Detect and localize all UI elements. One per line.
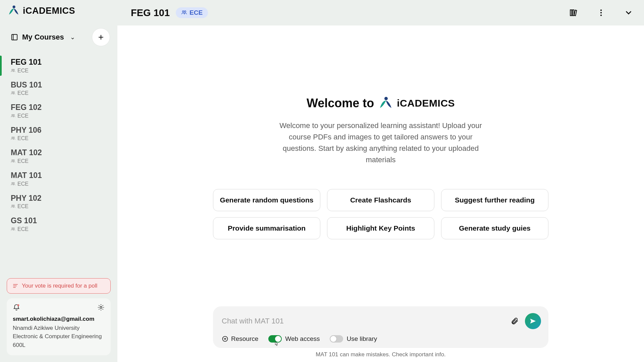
svg-point-13 xyxy=(600,9,602,11)
sidebar-course-item[interactable]: PHY 106ECE xyxy=(0,122,117,145)
library-icon xyxy=(569,8,578,17)
sidebar: iCADEMICS My Courses ⌄ + FEG 101ECEBUS 1… xyxy=(0,0,117,362)
user-university: Nnamdi Azikiwe University xyxy=(13,324,105,333)
more-menu-button[interactable] xyxy=(595,7,607,19)
vote-alert-text: Your vote is required for a poll xyxy=(22,283,97,289)
course-dept: ECE xyxy=(17,135,29,141)
course-code: BUS 101 xyxy=(11,80,110,90)
course-code: FEG 101 xyxy=(11,58,110,67)
header-course-code: FEG 101 xyxy=(131,7,170,18)
chat-bar: Resource Web access Use library xyxy=(213,306,548,348)
my-courses-label: My Courses xyxy=(22,33,64,42)
attach-button[interactable] xyxy=(509,315,520,327)
svg-rect-10 xyxy=(570,10,572,15)
people-icon xyxy=(181,10,187,16)
svg-rect-12 xyxy=(574,10,577,16)
svg-rect-11 xyxy=(573,10,574,15)
user-email: smart.okolichiaza@gmail.com xyxy=(13,316,105,322)
course-dept: ECE xyxy=(17,226,29,232)
suggestion-card[interactable]: Create Flashcards xyxy=(327,189,434,211)
add-course-button[interactable]: + xyxy=(92,28,110,46)
chat-disclaimer: MAT 101 can make mistakes. Check importa… xyxy=(316,351,446,358)
course-code: PHY 102 xyxy=(11,194,110,203)
welcome-brand: iCADEMICS xyxy=(397,98,455,109)
course-code: PHY 106 xyxy=(11,126,110,135)
user-program: Electronic & Computer Engineering xyxy=(13,332,105,341)
people-icon xyxy=(11,182,15,186)
people-icon xyxy=(11,159,15,164)
main-area: FEG 101 ECE xyxy=(117,0,644,362)
vote-alert[interactable]: Your vote is required for a poll xyxy=(7,278,111,294)
brand-name: iCADEMICS xyxy=(23,6,75,16)
sidebar-course-item[interactable]: MAT 101ECE xyxy=(0,168,117,190)
web-access-label: Web access xyxy=(285,335,320,343)
more-vertical-icon xyxy=(597,8,605,17)
use-library-label: Use library xyxy=(346,335,377,343)
brand-logo[interactable]: iCADEMICS xyxy=(0,5,117,23)
people-icon xyxy=(11,68,15,73)
resource-label: Resource xyxy=(231,335,258,343)
course-list: FEG 101ECEBUS 101ECEFEG 102ECEPHY 106ECE… xyxy=(0,53,117,237)
welcome-prefix: Welcome to xyxy=(307,96,374,110)
course-dept: ECE xyxy=(17,113,29,119)
logo-mark-icon xyxy=(378,96,393,111)
course-dept: ECE xyxy=(17,158,29,164)
use-library-toggle[interactable] xyxy=(330,335,343,343)
plus-circle-icon xyxy=(222,336,228,342)
suggestion-card[interactable]: Generate study guies xyxy=(441,217,548,239)
chevron-down-icon xyxy=(624,8,633,17)
book-icon xyxy=(11,34,18,41)
course-code: MAT 101 xyxy=(11,171,110,180)
svg-point-14 xyxy=(600,12,602,13)
people-icon xyxy=(11,136,15,141)
user-card: smart.okolichiaza@gmail.com Nnamdi Aziki… xyxy=(7,298,111,356)
welcome-description: Welcome to your personalized learning as… xyxy=(273,120,488,166)
lines-icon xyxy=(12,283,18,289)
sidebar-course-item[interactable]: GS 101ECE xyxy=(0,213,117,236)
chevron-down-icon: ⌄ xyxy=(70,34,75,41)
add-resource-button[interactable]: Resource xyxy=(222,335,258,343)
my-courses-dropdown[interactable]: My Courses ⌄ xyxy=(11,33,75,42)
suggestion-card[interactable]: Provide summarisation xyxy=(213,217,320,239)
sidebar-course-item[interactable]: FEG 101ECE xyxy=(0,54,117,77)
sidebar-course-item[interactable]: MAT 102ECE xyxy=(0,145,117,168)
header-dept-badge[interactable]: ECE xyxy=(176,7,208,18)
suggestion-card[interactable]: Generate random questions xyxy=(213,189,320,211)
svg-rect-3 xyxy=(12,35,17,40)
course-code: GS 101 xyxy=(11,216,110,226)
svg-point-9 xyxy=(100,306,102,308)
people-icon xyxy=(11,91,15,96)
library-icon-button[interactable] xyxy=(568,7,580,19)
settings-icon[interactable] xyxy=(97,304,105,311)
suggestion-grid: Generate random questionsCreate Flashcar… xyxy=(213,189,548,239)
course-code: FEG 102 xyxy=(11,103,110,112)
web-access-toggle[interactable] xyxy=(268,335,282,343)
paperclip-icon xyxy=(511,317,519,325)
svg-point-8 xyxy=(17,304,19,306)
logo-mark-icon xyxy=(7,5,19,17)
course-dept: ECE xyxy=(17,68,29,74)
collapse-button[interactable] xyxy=(623,7,635,19)
sidebar-course-item[interactable]: FEG 102ECE xyxy=(0,100,117,122)
suggestion-card[interactable]: Suggest further reading xyxy=(441,189,548,211)
user-level: 600L xyxy=(13,341,105,350)
page-header: FEG 101 ECE xyxy=(117,0,644,25)
course-dept: ECE xyxy=(17,203,29,209)
svg-point-15 xyxy=(600,14,602,16)
people-icon xyxy=(11,204,15,209)
sidebar-course-item[interactable]: PHY 102ECE xyxy=(0,190,117,213)
suggestion-card[interactable]: Highlight Key Points xyxy=(327,217,434,239)
chat-input[interactable] xyxy=(222,317,504,325)
sidebar-course-item[interactable]: BUS 101ECE xyxy=(0,77,117,100)
send-button[interactable] xyxy=(525,313,541,329)
people-icon xyxy=(11,114,15,118)
course-dept: ECE xyxy=(17,181,29,187)
course-dept: ECE xyxy=(17,90,29,96)
send-icon xyxy=(529,317,537,325)
notifications-icon[interactable] xyxy=(13,304,20,311)
people-icon xyxy=(11,227,15,232)
course-code: MAT 102 xyxy=(11,148,110,158)
